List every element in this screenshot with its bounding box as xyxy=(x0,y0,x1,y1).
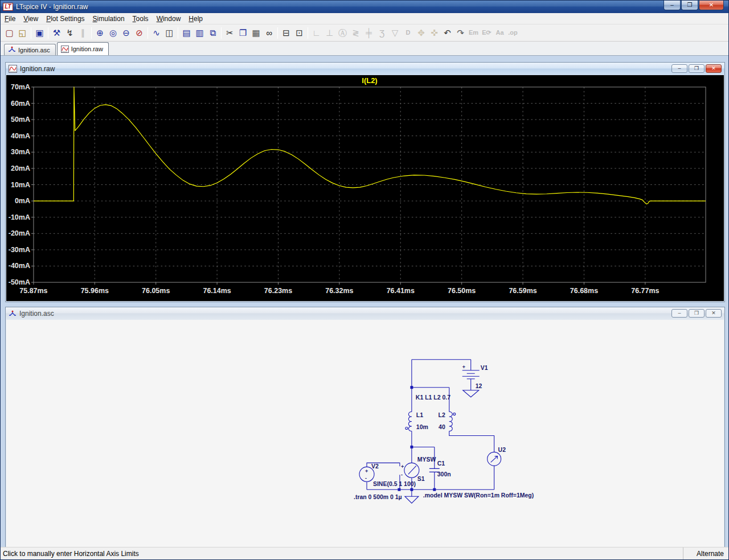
menu-help[interactable]: Help xyxy=(185,14,207,24)
menu-file[interactable]: File xyxy=(1,14,19,24)
tran-directive[interactable]: .tran 0 500m 0 1µ xyxy=(354,494,402,500)
cut-icon[interactable]: ✂ xyxy=(223,26,236,40)
tab-ignition-asc[interactable]: Ignition.asc xyxy=(4,44,56,55)
zoom-full-extents-icon[interactable]: ⊘ xyxy=(133,26,146,40)
schematic-labels: V112K1 L1 L2 0.7L110mL240U2MYSWS1C1300nV… xyxy=(354,365,534,500)
close-button[interactable]: ✕ xyxy=(706,309,722,318)
schematic-drawing[interactable]: + xyxy=(6,320,724,547)
menu-window[interactable]: Window xyxy=(153,14,185,24)
minimize-button[interactable]: – xyxy=(664,1,681,10)
switch-s1[interactable]: + - xyxy=(401,463,419,477)
title-bar[interactable]: LT LTspice IV - Ignition.raw – ❐ ✕ xyxy=(1,1,728,13)
coupling-directive[interactable]: K1 L1 L2 0.7 xyxy=(416,394,450,401)
x-tick-label: 76.14ms xyxy=(203,287,231,295)
close-button[interactable]: ✕ xyxy=(699,1,724,10)
draw-wire-icon: ∟ xyxy=(310,26,323,40)
minimize-button[interactable]: – xyxy=(671,64,687,73)
cascade-windows-icon[interactable]: ⧉ xyxy=(206,26,219,40)
print-icon[interactable]: ⊟ xyxy=(280,26,293,40)
tile-vertical-icon[interactable]: ▥ xyxy=(193,26,206,40)
tile-horizontal-icon[interactable]: ▤ xyxy=(180,26,193,40)
value-v2[interactable]: SINE(0.5 1 100) xyxy=(373,481,416,487)
redo-icon[interactable]: ↷ xyxy=(454,26,467,40)
x-tick-label: 76.41ms xyxy=(387,287,415,295)
autorange-waveform-icon[interactable]: ∿ xyxy=(150,26,163,40)
waveform-window-titlebar[interactable]: Ignition.raw – ❐ ✕ xyxy=(6,63,724,75)
menu-plot-settings[interactable]: Plot Settings xyxy=(42,14,88,24)
copy-icon[interactable]: ❐ xyxy=(236,26,249,40)
tab-label: Ignition.asc xyxy=(18,47,50,53)
ground-main[interactable] xyxy=(405,496,419,503)
trace-I(L2)[interactable] xyxy=(34,87,706,204)
label-c1[interactable]: C1 xyxy=(437,460,445,467)
find-icon[interactable]: ∞ xyxy=(263,26,276,40)
waveform-plot[interactable]: 75.87ms75.96ms76.05ms76.14ms76.23ms76.32… xyxy=(6,75,724,301)
label-v1[interactable]: V1 xyxy=(481,365,488,371)
label-s1[interactable]: S1 xyxy=(417,476,425,482)
run-icon[interactable]: ⚒ xyxy=(50,26,63,40)
inductor-l1[interactable] xyxy=(406,412,412,431)
wires[interactable] xyxy=(367,360,494,496)
status-bar: Click to manually enter Horizontal Axis … xyxy=(1,547,728,559)
ground-v1[interactable] xyxy=(463,390,479,397)
y-tick-label: -20mA xyxy=(9,229,30,237)
waveform-icon xyxy=(61,46,69,53)
ltspice-window: LT LTspice IV - Ignition.raw – ❐ ✕ File … xyxy=(0,0,729,560)
window-title: LTspice IV - Ignition.raw xyxy=(16,3,88,11)
svg-text:-: - xyxy=(401,472,403,477)
text-icon: Aa xyxy=(493,26,506,40)
x-tick-label: 76.23ms xyxy=(264,287,292,295)
undo-icon[interactable]: ↶ xyxy=(441,26,454,40)
close-button[interactable]: ✕ xyxy=(706,64,722,73)
y-tick-label: -40mA xyxy=(9,262,30,270)
x-tick-label: 76.32ms xyxy=(325,287,353,295)
restore-button[interactable]: ❐ xyxy=(681,1,698,10)
minimize-button[interactable]: – xyxy=(671,309,687,318)
value-c1[interactable]: 300n xyxy=(437,471,451,477)
y-tick-label: -30mA xyxy=(9,246,30,254)
menu-simulation[interactable]: Simulation xyxy=(89,14,129,24)
model-directive[interactable]: .model MYSW SW(Ron=1m Roff=1Meg) xyxy=(423,492,534,499)
toolbar-separator xyxy=(178,27,178,39)
paste-icon[interactable]: ▦ xyxy=(249,26,263,40)
waveform-icon xyxy=(9,65,17,73)
print-preview-icon[interactable]: ⊡ xyxy=(293,26,306,40)
restore-button[interactable]: ❐ xyxy=(689,64,705,73)
rotate-icon: E⟳ xyxy=(480,26,493,40)
new-schematic-icon[interactable]: ▢ xyxy=(3,26,16,40)
status-message: Click to manually enter Horizontal Axis … xyxy=(1,550,139,558)
place-diode-icon: ▽ xyxy=(388,26,402,40)
label-l1[interactable]: L1 xyxy=(416,412,423,418)
plot-area[interactable]: 75.87ms75.96ms76.05ms76.14ms76.23ms76.32… xyxy=(6,75,724,301)
component-u2[interactable] xyxy=(488,452,501,466)
zoom-out-icon[interactable]: ⊖ xyxy=(120,26,133,40)
zoom-in-icon[interactable]: ⊕ xyxy=(93,26,107,40)
label-v2[interactable]: V2 xyxy=(371,463,379,470)
label-u2[interactable]: U2 xyxy=(498,447,506,453)
y-tick-label: 20mA xyxy=(11,164,30,172)
schematic-canvas[interactable]: + xyxy=(6,320,724,547)
menu-view[interactable]: View xyxy=(19,14,42,24)
value-v1[interactable]: 12 xyxy=(476,383,482,389)
y-tick-label: 70mA xyxy=(11,83,30,91)
value-l2[interactable]: 40 xyxy=(439,424,445,430)
switch-model-name[interactable]: MYSW xyxy=(417,456,436,463)
y-tick-label: 50mA xyxy=(11,116,30,123)
x-tick-label: 76.50ms xyxy=(448,287,476,295)
inductor-l2[interactable] xyxy=(449,412,456,431)
halt-icon[interactable]: ↯ xyxy=(63,26,76,40)
schematic-window-titlebar[interactable]: Ignition.asc – ❐ ✕ xyxy=(6,307,724,320)
value-l1[interactable]: 10m xyxy=(416,424,428,430)
toolbar-separator xyxy=(277,27,278,39)
tab-ignition-raw[interactable]: Ignition.raw xyxy=(57,42,109,55)
zoom-back-icon[interactable]: ◎ xyxy=(107,26,120,40)
place-resistor-icon: ≷ xyxy=(349,26,362,40)
restore-button[interactable]: ❐ xyxy=(689,309,705,318)
toolbar-separator xyxy=(308,27,308,39)
menu-tools[interactable]: Tools xyxy=(129,14,153,24)
open-file-icon[interactable]: ◱ xyxy=(16,26,29,40)
save-icon[interactable]: ▣ xyxy=(33,26,46,40)
axis-settings-icon[interactable]: ◫ xyxy=(163,26,176,40)
label-l2[interactable]: L2 xyxy=(439,412,445,418)
y-tick-label: -10mA xyxy=(9,213,30,221)
